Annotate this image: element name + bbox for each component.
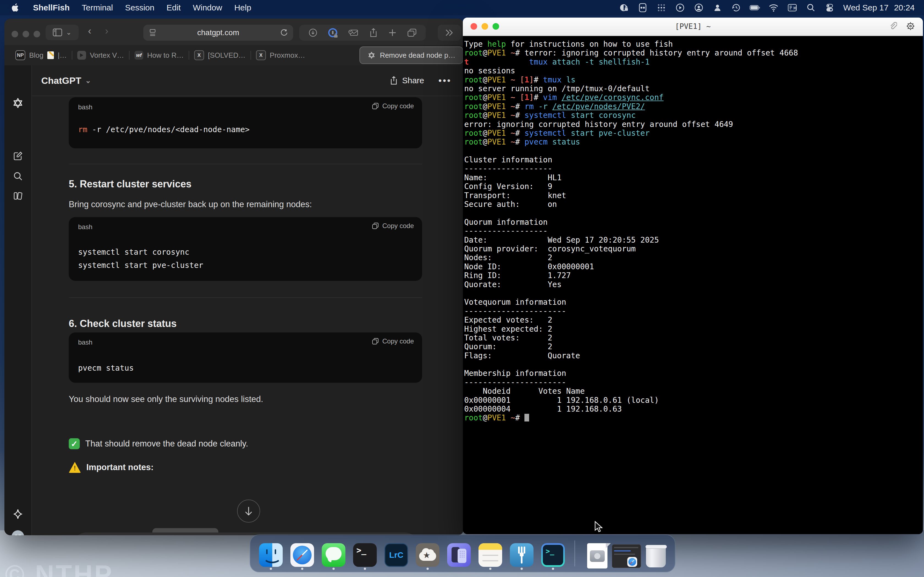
screen-lock-icon[interactable] xyxy=(619,2,629,13)
running-indicator xyxy=(489,568,491,570)
toolbar-overflow-button[interactable] xyxy=(438,25,461,41)
menu-item-session[interactable]: Session xyxy=(125,3,155,12)
spotlight-icon[interactable] xyxy=(806,2,816,13)
tab-vortex-v[interactable]: Vortex V… xyxy=(72,47,129,63)
menu-item-help[interactable]: Help xyxy=(234,3,251,12)
share-button[interactable]: Share xyxy=(390,76,424,85)
wifi-icon[interactable] xyxy=(768,2,779,13)
terminal-cursor xyxy=(524,414,529,421)
tab-proxmox[interactable]: XProxmox… xyxy=(251,47,310,63)
dock-fork[interactable] xyxy=(510,543,533,567)
mail-shield-icon[interactable] xyxy=(349,29,358,37)
search-icon[interactable] xyxy=(11,169,25,183)
tab-how-to-r[interactable]: wfHow to R… xyxy=(129,47,189,63)
terminal-line: 0x00000001 1 192.168.0.61 (local) xyxy=(464,396,923,405)
dock-ssh-terminal[interactable]: >_ xyxy=(541,543,565,567)
terminal-line: Secure auth: on xyxy=(464,200,923,209)
tab-overview-icon[interactable] xyxy=(407,29,416,37)
share-icon xyxy=(390,76,397,85)
settings-gear-icon[interactable] xyxy=(906,21,915,32)
code-block: bash Copy code systemctl start corosyncs… xyxy=(69,217,422,281)
memo-emoji-icon xyxy=(47,52,54,59)
dock-trash[interactable] xyxy=(645,543,669,567)
terminal-line: Config Version: 9 xyxy=(464,182,923,191)
terminal-line: root@PVE1 ~# xyxy=(464,414,923,422)
dock-safari[interactable] xyxy=(291,543,314,567)
code-block: bash Copy code pvecm status xyxy=(69,332,422,383)
terminal-line: Type help for instructions on how to use… xyxy=(464,40,923,48)
page-title: ChatGPT xyxy=(41,75,81,86)
close-button[interactable] xyxy=(11,31,18,37)
minimize-button[interactable] xyxy=(23,31,29,37)
new-chat-icon[interactable] xyxy=(11,149,25,163)
forward-button[interactable]: › xyxy=(105,25,108,37)
terminal-line: 0x00000004 1 192.168.0.63 xyxy=(464,405,923,414)
control-center-icon[interactable] xyxy=(824,2,835,13)
terminal-line xyxy=(464,360,923,369)
terminal-line: Expected votes: 2 xyxy=(464,316,923,324)
menu-clock[interactable]: Wed Sep 1720:24 xyxy=(843,3,915,12)
chatgpt-logo-icon[interactable] xyxy=(11,96,25,110)
facetime-icon[interactable] xyxy=(693,2,704,13)
apps-grid-icon[interactable] xyxy=(656,2,667,13)
chat-scroll-area[interactable]: bash Copy code rm -r /etc/pve/nodes/<dea… xyxy=(31,96,464,535)
code-language-label: bash xyxy=(78,103,92,111)
terminal-line: Date: Wed Sep 17 20:20:55 2025 xyxy=(464,236,923,245)
address-bar[interactable]: chatgpt.com xyxy=(143,25,293,41)
desktop: © NTHP ShellFish Terminal Session Edit W… xyxy=(0,0,924,577)
reload-icon[interactable] xyxy=(281,29,288,36)
mouse-cursor xyxy=(594,521,605,534)
share-icon[interactable] xyxy=(369,28,378,37)
downloads-icon[interactable] xyxy=(309,28,317,37)
dock-dmg-file[interactable] xyxy=(587,543,611,567)
terminal-output[interactable]: Type help for instructions on how to use… xyxy=(463,36,923,534)
dock-cloud-star-app[interactable]: ★ xyxy=(416,543,439,567)
dock-lightroom-classic[interactable]: LrC xyxy=(384,543,408,567)
copy-code-button[interactable]: Copy code xyxy=(372,337,414,345)
tab-label: |… xyxy=(58,51,67,60)
copy-code-button[interactable]: Copy code xyxy=(372,102,414,110)
terminal-line: Votequorum information xyxy=(464,298,923,307)
sidebar-toggle-button[interactable]: ⌄ xyxy=(46,25,79,40)
scroll-to-bottom-button[interactable] xyxy=(237,500,260,522)
dock-finder[interactable] xyxy=(259,543,283,567)
paragraph: That should remove the dead node cleanly… xyxy=(85,439,248,449)
apple-menu-icon[interactable] xyxy=(10,2,21,13)
dock-iphone-mirroring[interactable] xyxy=(447,543,471,567)
model-selector[interactable]: ChatGPT ⌄ xyxy=(41,75,91,86)
sparkle-icon[interactable] xyxy=(11,507,25,521)
menu-item-app[interactable]: ShellFish xyxy=(33,3,69,12)
copy-code-button[interactable]: Copy code xyxy=(372,222,414,230)
forum-favicon: X xyxy=(256,50,266,60)
time-machine-icon[interactable] xyxy=(731,2,741,13)
password-manager-icon[interactable] xyxy=(328,28,338,37)
terminal-line: root@PVE1 ~ [1]# vim /etc/pve/corosync.c… xyxy=(464,93,923,102)
user-icon[interactable] xyxy=(712,2,723,13)
divider xyxy=(69,164,422,164)
dock-terminal[interactable]: >_ xyxy=(353,543,377,567)
zoom-button[interactable] xyxy=(34,31,40,37)
dock-minimized-safari-window[interactable] xyxy=(612,543,635,567)
tab-solved[interactable]: X[SOLVED… xyxy=(189,47,250,63)
back-button[interactable]: ‹ xyxy=(88,25,91,37)
paperclip-icon[interactable] xyxy=(889,21,897,32)
safari-tab-bar: NPBlog|…Vortex V…wfHow to R…X[SOLVED…XPr… xyxy=(5,45,470,65)
terminal-line xyxy=(464,289,923,298)
tab-remove-dead-node-p[interactable]: Remove dead node p… xyxy=(359,47,463,64)
code-text: rm xyxy=(78,125,87,134)
display-icon[interactable] xyxy=(638,2,648,13)
dock-notes[interactable] xyxy=(478,543,502,567)
menu-item-terminal[interactable]: Terminal xyxy=(82,3,113,12)
dock-messages[interactable] xyxy=(322,543,346,567)
play-circle-icon[interactable] xyxy=(675,2,685,13)
terminal-line: Node ID: 0x00000001 xyxy=(464,263,923,271)
library-icon[interactable] xyxy=(11,189,25,203)
terminal-line: t tmux attach -t shellfish-1 xyxy=(464,58,923,66)
battery-icon[interactable] xyxy=(750,2,760,13)
tab-blog[interactable]: NPBlog|… xyxy=(10,47,72,63)
menu-item-window[interactable]: Window xyxy=(193,3,222,12)
shortcuts-icon[interactable]: ⌘ xyxy=(787,2,798,13)
menu-item-edit[interactable]: Edit xyxy=(166,3,181,12)
conversation-options-button[interactable]: ••• xyxy=(438,75,452,86)
new-tab-icon[interactable] xyxy=(388,29,397,37)
